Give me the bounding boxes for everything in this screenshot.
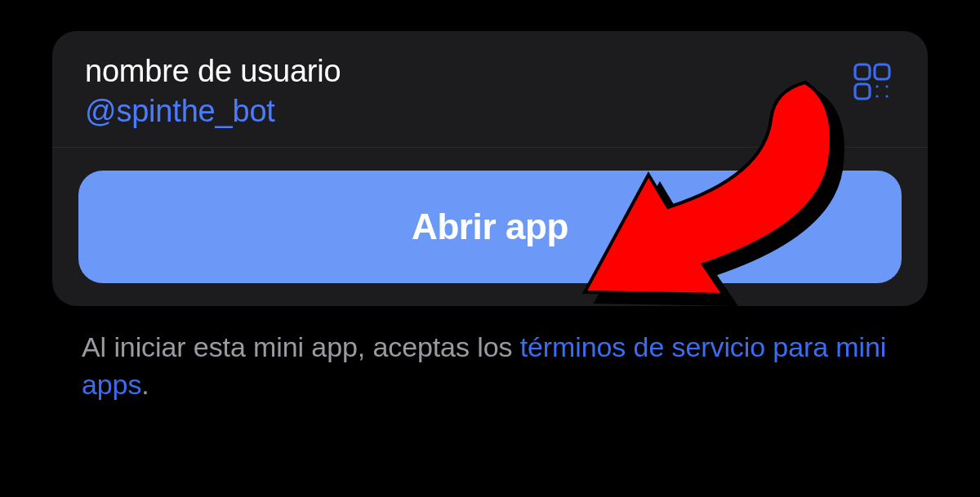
open-app-button[interactable]: Abrir app	[78, 171, 902, 283]
username-value[interactable]: @spinthe_bot	[85, 94, 341, 129]
qr-code-icon[interactable]	[849, 59, 895, 104]
card-body: Abrir app	[52, 148, 928, 283]
svg-rect-1	[875, 64, 889, 79]
svg-point-3	[875, 85, 878, 87]
profile-card: nombre de usuario @spinthe_bot Abrir app	[52, 31, 928, 306]
svg-rect-0	[855, 64, 870, 79]
username-block: nombre de usuario @spinthe_bot	[85, 54, 341, 129]
username-label: nombre de usuario	[85, 54, 341, 89]
svg-point-4	[885, 85, 888, 87]
card-header: nombre de usuario @spinthe_bot	[52, 31, 928, 148]
svg-point-6	[885, 95, 888, 97]
svg-point-5	[875, 95, 878, 97]
terms-suffix: .	[141, 369, 149, 400]
svg-rect-2	[855, 84, 870, 99]
terms-prefix: Al iniciar esta mini app, aceptas los	[82, 331, 520, 362]
terms-footer: Al iniciar esta mini app, aceptas los té…	[82, 329, 898, 404]
